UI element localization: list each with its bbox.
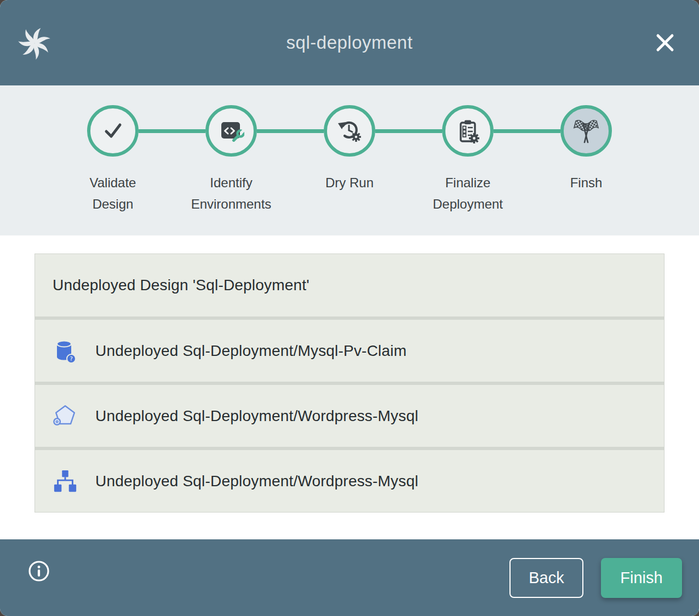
code-wrench-icon: [218, 118, 244, 144]
clipboard-gear-icon: [455, 118, 481, 144]
step-validate-design[interactable]: [87, 105, 139, 157]
status-title-text: Undeployed Design 'Sql-Deployment': [53, 277, 310, 294]
step-label-finalize-deployment: Finalize Deployment: [409, 172, 527, 215]
stepper-labels: Validate Design Identify Environments Dr…: [0, 172, 699, 215]
pinwheel-logo-icon: [16, 25, 53, 61]
svg-text:?: ?: [70, 355, 73, 362]
step-label-dry-run: Dry Run: [290, 172, 409, 215]
info-icon: [27, 560, 50, 583]
deployment-status-panel: Undeployed Design 'Sql-Deployment' ? Und…: [35, 254, 664, 513]
info-button[interactable]: [27, 560, 50, 583]
status-content: Undeployed Design 'Sql-Deployment' ? Und…: [0, 235, 699, 539]
refresh-gear-icon: [336, 118, 363, 144]
step-finish[interactable]: [560, 105, 612, 157]
step-finalize-deployment[interactable]: [442, 105, 494, 157]
checkmark-icon: [100, 118, 126, 144]
stepper-connector: [494, 129, 560, 133]
close-button[interactable]: [654, 32, 676, 54]
sitemap-icon: [53, 468, 78, 494]
status-title-row: Undeployed Design 'Sql-Deployment': [35, 254, 664, 316]
finish-button[interactable]: Finish: [601, 558, 682, 598]
status-row-mysql-pv-claim: ? Undeployed Sql-Deployment/Mysql-Pv-Cla…: [35, 316, 664, 382]
database-icon: ?: [53, 338, 78, 364]
back-button[interactable]: Back: [509, 558, 583, 598]
status-row-text: Undeployed Sql-Deployment/Wordpress-Mysq…: [95, 407, 419, 425]
checkered-flags-icon: [572, 117, 600, 145]
modal-title: sql-deployment: [0, 32, 699, 53]
step-label-identify-environments: Identify Environments: [172, 172, 290, 215]
sql-deployment-modal: sql-deployment: [0, 0, 699, 616]
stepper-connector: [139, 129, 205, 133]
pentagon-icon: [53, 403, 78, 429]
status-row-text: Undeployed Sql-Deployment/Mysql-Pv-Claim: [95, 342, 406, 360]
step-dry-run[interactable]: [324, 105, 375, 157]
step-identify-environments[interactable]: [205, 105, 257, 157]
status-row-wordpress-mysql-2: Undeployed Sql-Deployment/Wordpress-Mysq…: [35, 447, 664, 512]
modal-footer: Back Finish: [0, 539, 699, 616]
status-row-wordpress-mysql-1: Undeployed Sql-Deployment/Wordpress-Mysq…: [35, 382, 664, 447]
modal-header: sql-deployment: [0, 0, 699, 85]
close-icon: [655, 32, 675, 53]
status-row-text: Undeployed Sql-Deployment/Wordpress-Mysq…: [95, 473, 419, 490]
wizard-stepper: Validate Design Identify Environments Dr…: [0, 85, 699, 235]
step-label-finish: Finsh: [527, 172, 645, 215]
stepper-connector: [375, 129, 442, 133]
step-label-validate-design: Validate Design: [54, 172, 172, 215]
stepper-connector: [257, 129, 324, 133]
